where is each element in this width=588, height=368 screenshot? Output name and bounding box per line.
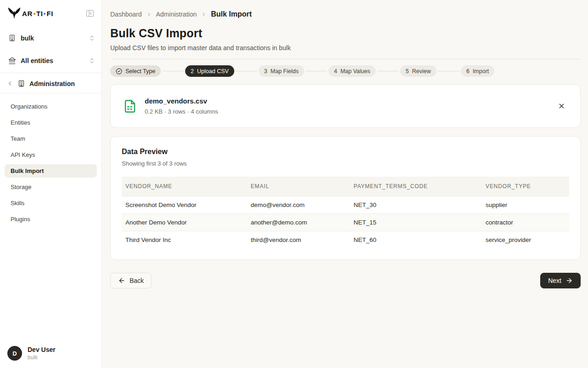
cell-payment-terms: NET_30	[350, 196, 482, 214]
section-administration: Administration	[0, 73, 102, 93]
app-window: ARTIFI bulk All entities	[0, 0, 588, 368]
org-selector-label: bulk	[21, 34, 34, 42]
wizard-footer: Back Next	[110, 273, 581, 288]
main-content: Dashboard Administration Bulk Import Bul…	[102, 0, 588, 368]
sidebar-item-team[interactable]: Team	[5, 132, 97, 145]
step-number: 5	[406, 68, 409, 75]
brand-dot-1	[34, 13, 35, 15]
brand-part-2: TI	[36, 10, 43, 17]
chevron-right-icon	[146, 12, 152, 17]
user-org: bulk	[28, 354, 56, 361]
table-row: Third Vendor Inc third@vendor.com NET_60…	[122, 231, 569, 249]
breadcrumb-dashboard[interactable]: Dashboard	[110, 11, 142, 18]
user-menu[interactable]: D Dev User bulk	[0, 339, 102, 368]
cell-vendor-type: contractor	[482, 214, 569, 231]
column-header-vendor-name: VENDOR_NAME	[122, 177, 247, 196]
back-button-label: Back	[130, 277, 144, 284]
step-select-type[interactable]: Select Type	[110, 65, 161, 77]
chevron-left-icon[interactable]	[6, 80, 13, 87]
cell-email: third@vendor.com	[247, 231, 350, 249]
brand-logo-icon	[7, 6, 21, 20]
next-button-label: Next	[548, 277, 561, 284]
step-label: Review	[412, 68, 431, 75]
sidebar-item-plugins[interactable]: Plugins	[5, 213, 97, 226]
entity-selector[interactable]: All entities	[0, 52, 102, 69]
sidebar-item-skills[interactable]: Skills	[5, 196, 97, 210]
cell-vendor-name: Another Demo Vendor	[122, 214, 247, 231]
logo-row: ARTIFI	[0, 0, 102, 27]
step-number: 6	[466, 68, 469, 75]
brand-dot-2	[44, 13, 45, 15]
step-connector	[377, 71, 399, 71]
remove-file-button[interactable]	[555, 100, 568, 113]
preview-subtitle: Showing first 3 of 3 rows	[122, 160, 569, 167]
next-button[interactable]: Next	[540, 273, 581, 288]
column-header-vendor-type: VENDOR_TYPE	[482, 177, 569, 196]
arrow-right-icon	[565, 277, 573, 284]
file-spreadsheet-icon	[123, 99, 137, 113]
chevrons-up-down-icon	[89, 58, 95, 64]
sidebar-item-entities[interactable]: Entities	[5, 116, 97, 129]
back-button[interactable]: Back	[110, 273, 152, 288]
table-row: Screenshot Demo Vendor demo@vendor.com N…	[122, 196, 569, 214]
page-title: Bulk CSV Import	[110, 27, 581, 40]
preview-table: VENDOR_NAME EMAIL PAYMENT_TERMS_CODE VEN…	[122, 177, 569, 248]
cell-vendor-name: Third Vendor Inc	[122, 231, 247, 249]
file-meta: 0.2 KB · 3 rows · 4 columns	[145, 108, 218, 115]
table-header-row: VENDOR_NAME EMAIL PAYMENT_TERMS_CODE VEN…	[122, 177, 569, 196]
table-row: Another Demo Vendor another@demo.com NET…	[122, 214, 569, 231]
step-label: Select Type	[125, 68, 155, 75]
step-review[interactable]: 5 Review	[400, 65, 436, 77]
file-name: demo_vendors.csv	[145, 97, 218, 105]
import-stepper: Select Type 2 Upload CSV 3 Map Fields 4 …	[110, 65, 581, 77]
cell-payment-terms: NET_60	[350, 231, 482, 249]
cell-vendor-type: supplier	[482, 196, 569, 214]
sidebar: ARTIFI bulk All entities	[0, 0, 102, 368]
cell-vendor-name: Screenshot Demo Vendor	[122, 196, 247, 214]
entity-selector-label: All entities	[21, 57, 53, 64]
breadcrumb: Dashboard Administration Bulk Import	[110, 10, 581, 18]
landmark-icon	[8, 57, 16, 64]
arrow-left-icon	[118, 277, 125, 284]
cell-email: another@demo.com	[247, 214, 350, 231]
step-number: 4	[334, 68, 337, 75]
column-header-email: EMAIL	[247, 177, 350, 196]
sidebar-item-organizations[interactable]: Organizations	[5, 100, 97, 113]
sidebar-item-storage[interactable]: Storage	[5, 180, 97, 194]
column-header-payment-terms-code: PAYMENT_TERMS_CODE	[350, 177, 482, 196]
check-circle-icon	[116, 68, 122, 75]
step-number: 2	[191, 68, 194, 75]
breadcrumb-administration[interactable]: Administration	[156, 11, 197, 18]
sidebar-nav: Organizations Entities Team API Keys Bul…	[0, 95, 102, 229]
cell-vendor-type: service_provider	[482, 231, 569, 249]
preview-title: Data Preview	[122, 148, 569, 156]
sidebar-collapse-button[interactable]	[85, 8, 95, 18]
page-subtitle: Upload CSV files to import master data a…	[110, 44, 581, 52]
step-label: Map Fields	[271, 68, 299, 75]
step-label: Import	[473, 68, 489, 75]
step-upload-csv[interactable]: 2 Upload CSV	[185, 65, 234, 77]
step-map-fields[interactable]: 3 Map Fields	[259, 65, 304, 77]
sidebar-item-api-keys[interactable]: API Keys	[5, 148, 97, 161]
step-import[interactable]: 6 Import	[461, 65, 494, 77]
chevron-right-icon	[201, 12, 207, 17]
cell-payment-terms: NET_15	[350, 214, 482, 231]
step-connector	[438, 71, 459, 71]
sidebar-item-bulk-import[interactable]: Bulk Import	[5, 164, 97, 178]
breadcrumb-bulk-import: Bulk Import	[211, 10, 252, 18]
avatar: D	[7, 346, 22, 361]
step-label: Map Values	[340, 68, 370, 75]
cell-email: demo@vendor.com	[247, 196, 350, 214]
brand-wordmark: ARTIFI	[22, 10, 53, 17]
org-selector[interactable]: bulk	[0, 29, 102, 46]
step-map-values[interactable]: 4 Map Values	[328, 65, 376, 77]
step-connector	[236, 71, 257, 71]
user-name: Dev User	[28, 346, 56, 353]
building-icon	[17, 80, 25, 87]
brand-part-1: AR	[22, 10, 33, 17]
brand-part-3: FI	[46, 10, 53, 17]
step-connector	[305, 71, 327, 71]
data-preview-card: Data Preview Showing first 3 of 3 rows V…	[110, 136, 581, 260]
step-number: 3	[264, 68, 267, 75]
section-label: Administration	[29, 80, 75, 87]
